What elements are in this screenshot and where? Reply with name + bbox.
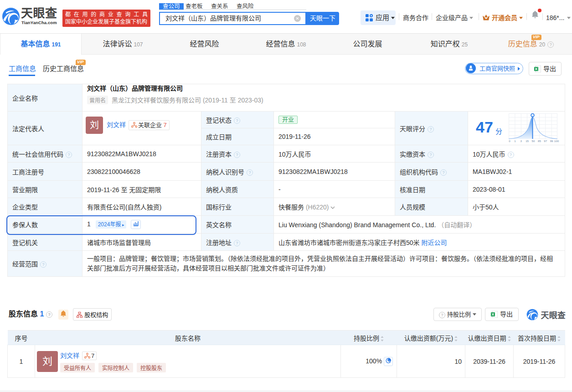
svg-text:0: 0 [509,139,510,143]
svg-text:50: 50 [532,139,535,143]
svg-text:97: 97 [544,139,547,143]
svg-text:3: 3 [520,139,522,143]
svg-text:100: 100 [554,139,559,143]
svg-text:1: 1 [514,139,516,143]
svg-text:99: 99 [550,139,553,143]
svg-text:15: 15 [526,139,529,143]
svg-text:85: 85 [538,139,541,143]
